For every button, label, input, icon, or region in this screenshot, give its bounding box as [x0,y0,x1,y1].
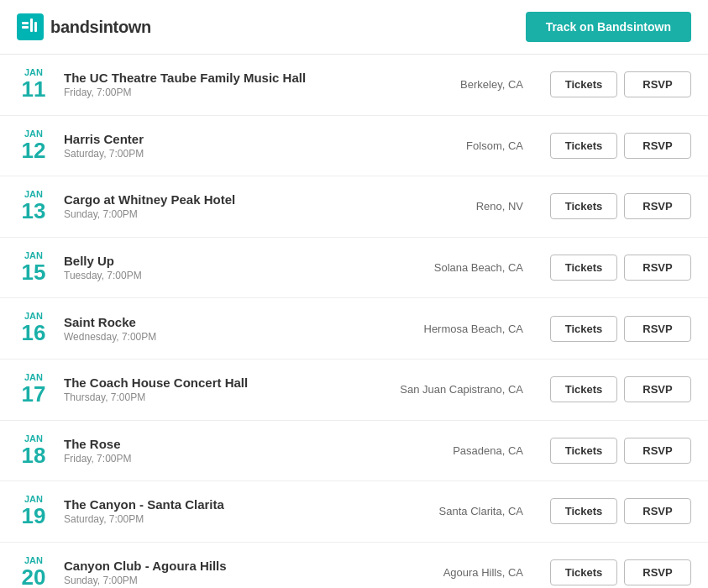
event-time: Sunday, 7:00PM [64,575,406,586]
date-block: JAN 18 [17,434,50,468]
event-info: The Coach House Concert Hall Thursday, 7… [64,375,386,403]
event-day: 15 [17,260,50,285]
tickets-button[interactable]: Tickets [550,376,617,402]
event-name: Harris Center [64,132,406,146]
tickets-button[interactable]: Tickets [550,559,617,585]
date-block: JAN 13 [17,190,50,223]
event-info: Harris Center Saturday, 7:00PM [64,132,406,160]
event-row: JAN 19 The Canyon - Santa Clarita Saturd… [0,481,708,543]
event-actions: Tickets RSVP [550,316,691,342]
event-time: Friday, 7:00PM [64,87,406,98]
event-month: JAN [17,129,50,139]
date-block: JAN 20 [17,556,50,588]
date-block: JAN 16 [17,312,50,345]
event-day: 20 [17,565,50,588]
date-block: JAN 12 [17,129,50,163]
event-info: The Rose Friday, 7:00PM [64,437,406,465]
date-block: JAN 15 [17,251,50,285]
event-month: JAN [17,434,50,444]
event-actions: Tickets RSVP [550,255,691,281]
main-container: bandsintown Track on Bandsintown JAN 11 … [0,0,708,588]
event-day: 11 [17,77,50,102]
event-name: The Rose [64,437,406,451]
event-name: The UC Theatre Taube Family Music Hall [64,71,406,85]
logo-svg [22,18,39,35]
tickets-button[interactable]: Tickets [550,71,617,97]
date-block: JAN 19 [17,495,50,528]
event-info: Saint Rocke Wednesday, 7:00PM [64,315,406,343]
event-name: Cargo at Whitney Peak Hotel [64,192,406,207]
tickets-button[interactable]: Tickets [550,438,617,464]
rsvp-button[interactable]: RSVP [624,255,691,281]
event-row: JAN 17 The Coach House Concert Hall Thur… [0,360,708,421]
events-list: JAN 11 The UC Theatre Taube Family Music… [0,55,708,588]
event-location: Berkeley, CA [419,78,537,91]
event-row: JAN 20 Canyon Club - Agoura Hills Sunday… [0,543,708,588]
event-location: Hermosa Beach, CA [419,323,537,335]
event-day: 13 [17,199,50,223]
event-location: Pasadena, CA [419,444,537,457]
event-info: Belly Up Tuesday, 7:00PM [64,254,406,281]
rsvp-button[interactable]: RSVP [624,559,691,585]
event-name: Belly Up [64,254,406,268]
event-row: JAN 15 Belly Up Tuesday, 7:00PM Solana B… [0,238,708,299]
event-location: Agoura Hills, CA [419,566,537,579]
svg-rect-1 [22,26,29,29]
rsvp-button[interactable]: RSVP [624,133,691,159]
event-day: 16 [17,321,50,345]
event-day: 19 [17,504,50,528]
event-info: Canyon Club - Agoura Hills Sunday, 7:00P… [64,559,406,586]
track-button[interactable]: Track on Bandsintown [526,12,691,42]
event-time: Thursday, 7:00PM [64,391,386,403]
event-row: JAN 13 Cargo at Whitney Peak Hotel Sunda… [0,176,708,238]
rsvp-button[interactable]: RSVP [624,438,691,464]
event-location: San Juan Capistrano, CA [400,383,537,396]
header: bandsintown Track on Bandsintown [0,0,708,55]
logo-icon [17,13,44,40]
tickets-button[interactable]: Tickets [550,316,617,342]
event-time: Friday, 7:00PM [64,453,406,465]
event-actions: Tickets RSVP [550,498,691,524]
tickets-button[interactable]: Tickets [550,193,617,219]
date-block: JAN 11 [17,68,50,102]
event-info: The UC Theatre Taube Family Music Hall F… [64,71,406,98]
event-row: JAN 18 The Rose Friday, 7:00PM Pasadena,… [0,421,708,482]
event-row: JAN 12 Harris Center Saturday, 7:00PM Fo… [0,116,708,177]
event-actions: Tickets RSVP [550,193,691,219]
event-name: The Canyon - Santa Clarita [64,497,406,512]
logo: bandsintown [17,13,151,40]
event-location: Solana Beach, CA [419,261,537,274]
rsvp-button[interactable]: RSVP [624,376,691,402]
rsvp-button[interactable]: RSVP [624,71,691,97]
event-location: Santa Clarita, CA [419,505,537,517]
tickets-button[interactable]: Tickets [550,133,617,159]
event-actions: Tickets RSVP [550,438,691,464]
event-time: Saturday, 7:00PM [64,513,406,525]
event-actions: Tickets RSVP [550,133,691,159]
event-time: Wednesday, 7:00PM [64,331,406,343]
event-actions: Tickets RSVP [550,376,691,402]
event-time: Sunday, 7:00PM [64,208,406,220]
event-name: Saint Rocke [64,315,406,329]
event-row: JAN 16 Saint Rocke Wednesday, 7:00PM Her… [0,298,708,360]
svg-rect-3 [34,22,37,32]
date-block: JAN 17 [17,373,50,407]
rsvp-button[interactable]: RSVP [624,498,691,524]
tickets-button[interactable]: Tickets [550,498,617,524]
event-day: 17 [17,382,50,407]
event-actions: Tickets RSVP [550,559,691,585]
event-day: 12 [17,139,50,163]
rsvp-button[interactable]: RSVP [624,316,691,342]
event-info: Cargo at Whitney Peak Hotel Sunday, 7:00… [64,192,406,220]
event-time: Saturday, 7:00PM [64,148,406,160]
event-location: Folsom, CA [419,139,537,152]
rsvp-button[interactable]: RSVP [624,193,691,219]
event-row: JAN 11 The UC Theatre Taube Family Music… [0,55,708,116]
svg-rect-0 [22,22,29,24]
event-name: The Coach House Concert Hall [64,375,386,390]
tickets-button[interactable]: Tickets [550,255,617,281]
event-location: Reno, NV [419,200,537,213]
svg-rect-2 [30,18,33,32]
event-time: Tuesday, 7:00PM [64,270,406,281]
event-day: 18 [17,444,50,468]
